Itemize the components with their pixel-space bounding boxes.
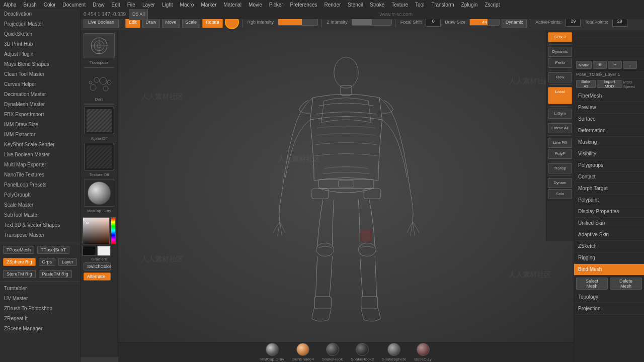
linefill-btn[interactable]: Line Fill bbox=[548, 138, 572, 148]
perfo-btn[interactable]: Perfo bbox=[548, 58, 572, 68]
menu-material[interactable]: Material bbox=[222, 2, 244, 8]
sidebar-item-turntabler[interactable]: Turntabler bbox=[0, 284, 80, 294]
matcap-item-1[interactable]: SkinShade4 bbox=[292, 343, 314, 361]
right-item-visibility[interactable]: Visibility bbox=[574, 148, 644, 160]
menu-texture[interactable]: Texture bbox=[390, 2, 410, 8]
menu-movie[interactable]: Movie bbox=[247, 2, 264, 8]
menu-preferences[interactable]: Preferences bbox=[289, 2, 319, 8]
sidebar-item-zrepeat[interactable]: ZRepeat It bbox=[0, 314, 80, 324]
right-item-contact[interactable]: Contact bbox=[574, 171, 644, 183]
sidebar-item-deactivation[interactable]: Deactivation bbox=[0, 9, 80, 19]
sidebar-item-adjust[interactable]: Adjust Plugin bbox=[0, 49, 80, 59]
sidebar-item-maya-blend[interactable]: Maya Blend Shapes bbox=[0, 59, 80, 69]
transpose-tool[interactable] bbox=[84, 33, 115, 58]
hue-bar[interactable] bbox=[111, 217, 116, 244]
layer-eye-btn[interactable]: 👁 bbox=[593, 61, 607, 69]
canvas-area[interactable]: 人人素材社区 人人素材社区 人人素材社区 人人素材社区 人人素材社区 bbox=[118, 30, 574, 342]
color-picker-area[interactable]: Gradient SwitchColor Alternate bbox=[83, 217, 116, 282]
right-item-topology[interactable]: Topology bbox=[574, 292, 644, 303]
alpha-preview[interactable] bbox=[84, 107, 114, 134]
matcap-item-3[interactable]: SnakeHook2 bbox=[351, 343, 374, 361]
menu-stencil[interactable]: Stencil bbox=[346, 2, 364, 8]
menu-layer[interactable]: Layer bbox=[141, 2, 156, 8]
bake-all-btn[interactable]: Bake All bbox=[576, 80, 596, 88]
sidebar-item-zscene[interactable]: ZScene Manager bbox=[0, 324, 80, 334]
rgb-intensity-slider[interactable] bbox=[278, 19, 318, 26]
menu-marker[interactable]: Marker bbox=[199, 2, 218, 8]
right-item-projection[interactable]: Projection bbox=[574, 303, 644, 315]
menu-brush[interactable]: Brush bbox=[22, 2, 38, 8]
ds-all-btn[interactable]: DS All bbox=[129, 8, 148, 20]
right-item-adaptive-skin[interactable]: Adaptive Skin bbox=[574, 229, 644, 241]
sidebar-item-imm-draw[interactable]: IMM Draw Size bbox=[0, 120, 80, 130]
menu-edit[interactable]: Edit bbox=[110, 2, 122, 8]
flow-btn[interactable]: Flow bbox=[548, 72, 572, 82]
sidebar-item-nanotile[interactable]: NanoTile Textures bbox=[0, 170, 80, 180]
frameall-btn[interactable]: Frame All bbox=[548, 123, 572, 133]
sidebar-item-clean-tool[interactable]: Clean Tool Master bbox=[0, 69, 80, 79]
right-item-unified-skin[interactable]: Unified Skin bbox=[574, 218, 644, 229]
layer-row-5[interactable] bbox=[574, 45, 644, 52]
menu-macro[interactable]: Macro bbox=[179, 2, 196, 8]
import-mdd-btn[interactable]: Import MDD bbox=[597, 80, 622, 88]
menu-zplugin[interactable]: Zplugin bbox=[460, 2, 479, 8]
menu-light[interactable]: Light bbox=[160, 2, 175, 8]
matcap-preview[interactable] bbox=[84, 179, 114, 207]
layer-row-4[interactable] bbox=[574, 38, 644, 45]
layer-row-6[interactable] bbox=[574, 52, 644, 59]
tpose-mesh-btn[interactable]: TPoseMesh bbox=[3, 246, 34, 254]
layer-row-3[interactable] bbox=[574, 31, 644, 38]
right-item-polypaint[interactable]: Polypaint bbox=[574, 195, 644, 206]
right-item-rigging[interactable]: Rigging bbox=[574, 252, 644, 264]
menu-tool[interactable]: Tool bbox=[414, 2, 426, 8]
right-item-deformation[interactable]: Deformation bbox=[574, 125, 644, 137]
sidebar-item-imm-extractor[interactable]: IMM Extractor bbox=[0, 130, 80, 140]
matcap-item-0[interactable]: MatCap Gray bbox=[260, 343, 284, 361]
sidebar-item-scale-master[interactable]: Scale Master bbox=[0, 200, 80, 210]
dynam-btn[interactable]: Dynam bbox=[548, 178, 572, 188]
menu-alpha[interactable]: Alpha bbox=[2, 2, 18, 8]
transp-btn[interactable]: Transp bbox=[548, 163, 572, 173]
layer-name-btn[interactable]: Name bbox=[576, 61, 592, 69]
menu-picker[interactable]: Picker bbox=[268, 2, 285, 8]
menu-stroke[interactable]: Stroke bbox=[368, 2, 386, 8]
texture-preview[interactable] bbox=[84, 143, 114, 170]
lgym-btn[interactable]: L.Gym bbox=[548, 109, 572, 119]
foreground-swatch[interactable] bbox=[83, 246, 96, 256]
sidebar-item-decimation[interactable]: Decimation Master bbox=[0, 89, 80, 100]
right-item-masking[interactable]: Masking bbox=[574, 137, 644, 148]
layer-btn[interactable]: Layer bbox=[58, 258, 77, 266]
sidebar-item-zbrush-photoshop[interactable]: ZBrush To Photoshop bbox=[0, 304, 80, 314]
right-item-fibermesh[interactable]: FiberMesh bbox=[574, 90, 644, 102]
sidebar-item-panelloop[interactable]: PanelLoop Presets bbox=[0, 180, 80, 190]
menu-zscript[interactable]: Zscript bbox=[483, 2, 501, 8]
menu-draw[interactable]: Draw bbox=[91, 2, 106, 8]
sidebar-item-text3d[interactable]: Text 3D & Vector Shapes bbox=[0, 220, 80, 230]
background-swatch[interactable] bbox=[97, 246, 111, 256]
menu-document[interactable]: Document bbox=[61, 2, 88, 8]
sidebar-item-3dprint[interactable]: 3D Print Hub bbox=[0, 39, 80, 49]
matcap-item-4[interactable]: SnakeSphere bbox=[382, 343, 406, 361]
layer-del-btn[interactable]: - bbox=[623, 61, 637, 69]
store-tm-rig-btn[interactable]: StoreTM Rig bbox=[3, 270, 36, 278]
grps-btn[interactable]: Grps bbox=[39, 258, 56, 266]
alternate-btn[interactable]: Alternate bbox=[84, 273, 111, 281]
select-mesh-btn[interactable]: Select Mesh bbox=[576, 278, 608, 290]
sidebar-item-keyshot[interactable]: KeyShot Scale Sender bbox=[0, 140, 80, 150]
matcap-item-2[interactable]: SnakeHook bbox=[322, 343, 343, 361]
right-item-morph-target[interactable]: Morph Target bbox=[574, 183, 644, 195]
sidebar-item-live-boolean[interactable]: Live Boolean Master bbox=[0, 150, 80, 160]
local-btn[interactable]: Local bbox=[548, 87, 572, 104]
sidebar-item-transpose-master[interactable]: Transpose Master bbox=[0, 230, 80, 240]
layer-add-btn[interactable]: + bbox=[608, 61, 622, 69]
switch-color-btn[interactable]: SwitchColor bbox=[84, 262, 111, 270]
zsphere-rig-btn[interactable]: ZSphere Rig bbox=[3, 258, 36, 266]
right-item-bind-mesh[interactable]: Bind Mesh bbox=[574, 264, 644, 276]
paste-tm-rig-btn[interactable]: PasteTM Rig bbox=[39, 270, 72, 278]
sidebar-item-curves[interactable]: Curves Helper bbox=[0, 79, 80, 89]
sidebar-item-quicksketch[interactable]: QuickSketch bbox=[0, 29, 80, 39]
right-item-polygroups[interactable]: Polygroups bbox=[574, 160, 644, 171]
solo-btn[interactable]: Solo bbox=[548, 189, 572, 199]
tpose-subt-btn[interactable]: TPose|SubT bbox=[37, 246, 69, 254]
menu-render[interactable]: Render bbox=[323, 2, 343, 8]
